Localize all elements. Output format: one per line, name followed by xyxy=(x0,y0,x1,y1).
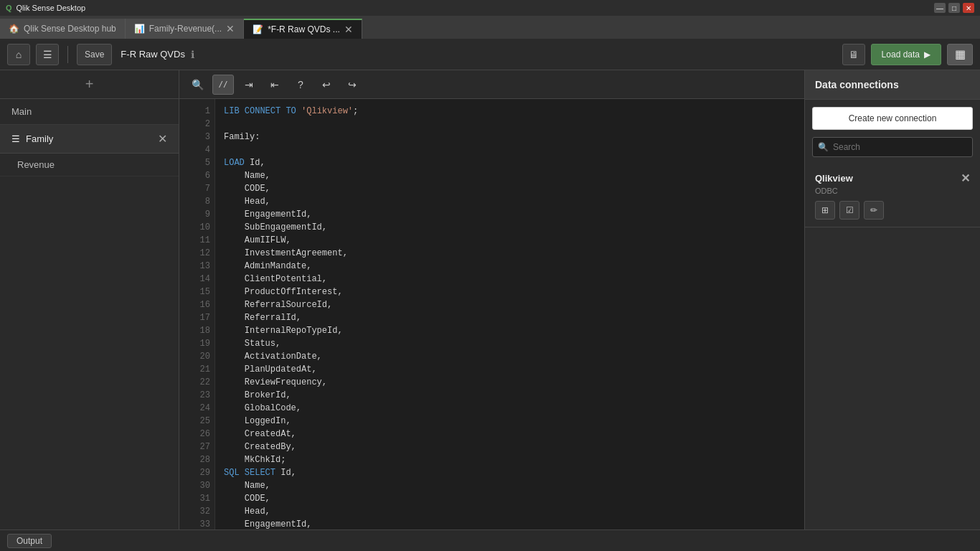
editor-help-button[interactable]: ? xyxy=(290,75,311,95)
section-menu-icon: ☰ xyxy=(11,133,20,144)
editor-indent-button[interactable]: ⇥ xyxy=(238,75,260,95)
edit-icon: ✏ xyxy=(870,205,877,215)
section-family-label: Family xyxy=(26,133,53,144)
add-icon: + xyxy=(85,76,94,93)
dc-connection-qlikview: Qlikview ✕ ODBC ⊞ ☑ ✏ xyxy=(805,164,980,227)
load-data-label: Load data xyxy=(882,50,920,60)
minimize-button[interactable]: — xyxy=(934,3,946,13)
editor-search-icon: 🔍 xyxy=(192,79,204,90)
editor-area: 🔍 // ⇥ ⇤ ? ↩ ↪ 12345 xyxy=(179,70,804,529)
tabbar: 🏠 Qlik Sense Desktop hub 📊 Family-Revenu… xyxy=(0,16,980,39)
output-label: Output xyxy=(17,536,42,546)
titlebar: Q Qlik Sense Desktop — □ ✕ xyxy=(0,0,980,16)
dc-select-action-button[interactable]: ⊞ xyxy=(815,201,835,220)
titlebar-left: Q Qlik Sense Desktop xyxy=(6,4,85,12)
editor-undo-button[interactable]: ↩ xyxy=(316,75,337,95)
dc-connection-name-label: Qlikview xyxy=(815,173,853,184)
dc-connection-name: Qlikview ✕ xyxy=(815,171,970,185)
home-icon: ⌂ xyxy=(16,49,22,60)
tab-hub[interactable]: 🏠 Qlik Sense Desktop hub xyxy=(0,19,126,39)
indent-icon: ⇥ xyxy=(245,79,253,90)
tab-fraw[interactable]: 📝 *F-R Raw QVDs ... ✕ xyxy=(244,19,362,39)
help-icon: ? xyxy=(298,79,303,90)
editor-redo-button[interactable]: ↪ xyxy=(341,75,363,95)
dc-create-button[interactable]: Create new connection xyxy=(812,107,973,130)
sidebar-main-label: Main xyxy=(11,106,32,117)
editor-content[interactable]: 12345 678910 1112131415 1617181920 21222… xyxy=(179,99,804,529)
tab-fraw-icon: 📝 xyxy=(253,24,263,34)
tab-hub-label: Qlik Sense Desktop hub xyxy=(24,24,116,34)
tab-fraw-close[interactable]: ✕ xyxy=(344,24,353,35)
editor-toolbar: 🔍 // ⇥ ⇤ ? ↩ ↪ xyxy=(179,70,804,99)
load-data-button[interactable]: Load data ▶ xyxy=(871,44,941,65)
tab-family-label: Family-Revenue(... xyxy=(149,24,222,34)
save-label: Save xyxy=(85,50,104,60)
editor-comment-button[interactable]: // xyxy=(212,75,234,95)
tab-fraw-label: *F-R Raw QVDs ... xyxy=(268,24,340,34)
toolbar-separator-1 xyxy=(67,46,68,63)
undo-icon: ↩ xyxy=(322,79,331,90)
sidebar-section-label-family: ☰ Family xyxy=(11,133,53,144)
view-toggle-button[interactable]: ▦ xyxy=(947,44,973,65)
sidebar-add-button[interactable]: + xyxy=(0,70,179,99)
editor-outdent-button[interactable]: ⇤ xyxy=(264,75,286,95)
comment-icon: // xyxy=(218,80,227,89)
toolbar-right: 🖥 Load data ▶ ▦ xyxy=(842,44,973,65)
maximize-button[interactable]: □ xyxy=(948,3,960,13)
output-button[interactable]: Output xyxy=(7,534,52,548)
menu-button[interactable]: ☰ xyxy=(36,44,59,65)
sidebar-section-close[interactable]: ✕ xyxy=(158,132,167,146)
app-logo: Q xyxy=(6,4,12,12)
script-name: F-R Raw QVDs xyxy=(121,49,185,60)
editor-search-button[interactable]: 🔍 xyxy=(187,75,208,95)
home-button[interactable]: ⌂ xyxy=(7,44,30,65)
tab-family-icon: 📊 xyxy=(134,24,145,34)
save-button[interactable]: Save xyxy=(77,44,112,65)
sidebar-item-main[interactable]: Main xyxy=(0,99,179,125)
dc-connection-actions: ⊞ ☑ ✏ xyxy=(815,201,970,220)
titlebar-controls: — □ ✕ xyxy=(934,3,974,13)
line-numbers: 12345 678910 1112131415 1617181920 21222… xyxy=(179,99,215,529)
close-button[interactable]: ✕ xyxy=(963,3,974,13)
dc-edit-action-button[interactable]: ✏ xyxy=(864,201,884,220)
sidebar-section-family[interactable]: ☰ Family ✕ xyxy=(0,125,179,154)
monitor-icon: 🖥 xyxy=(849,49,859,60)
dc-connection-type: ODBC xyxy=(815,187,970,195)
code-editor[interactable]: LIB CONNECT TO 'Qlikview'; Family: LOAD … xyxy=(215,99,804,529)
menu-icon: ☰ xyxy=(43,49,52,60)
play-icon: ▶ xyxy=(924,50,930,60)
sidebar-item-revenue[interactable]: Revenue xyxy=(0,154,179,176)
dc-search-container: 🔍 xyxy=(812,137,973,157)
select-data-icon: ⊞ xyxy=(821,205,829,215)
sidebar: + Main ☰ Family ✕ Revenue xyxy=(0,70,179,529)
tab-hub-icon: 🏠 xyxy=(9,24,19,34)
statusbar: Output xyxy=(0,529,980,551)
redo-icon: ↪ xyxy=(348,79,357,90)
tab-family[interactable]: 📊 Family-Revenue(... ✕ xyxy=(126,19,244,39)
dc-connection-remove-button[interactable]: ✕ xyxy=(961,171,970,185)
dc-search-icon: 🔍 xyxy=(818,142,829,152)
main-layout: + Main ☰ Family ✕ Revenue 🔍 // ⇥ xyxy=(0,70,980,529)
tab-family-close[interactable]: ✕ xyxy=(226,23,235,34)
dc-header: Data connections xyxy=(805,70,980,100)
info-icon: ℹ xyxy=(191,49,194,60)
app-title: Qlik Sense Desktop xyxy=(17,4,86,12)
dc-preview-action-button[interactable]: ☑ xyxy=(839,201,859,220)
preview-icon: ☑ xyxy=(846,205,854,215)
data-connections-panel: Data connections Create new connection 🔍… xyxy=(804,70,980,529)
view-icon: ▦ xyxy=(955,47,966,61)
outdent-icon: ⇤ xyxy=(270,79,279,90)
load-data-icon-btn[interactable]: 🖥 xyxy=(842,44,865,65)
dc-search-input[interactable] xyxy=(812,137,973,157)
toolbar: ⌂ ☰ Save F-R Raw QVDs ℹ 🖥 Load data ▶ ▦ xyxy=(0,39,980,70)
sidebar-revenue-label: Revenue xyxy=(17,159,55,170)
